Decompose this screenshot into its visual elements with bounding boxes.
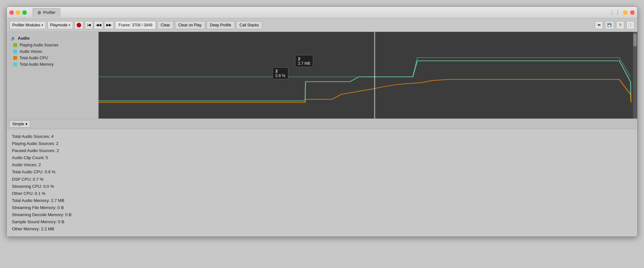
profiler-modules-dropdown[interactable]: Profiler Modules ▾: [9, 21, 46, 29]
total-memory-color: [13, 62, 17, 66]
playmode-label: Playmode: [50, 23, 67, 27]
stat-line-4: Audio Voices: 2: [12, 161, 632, 168]
playmode-dropdown[interactable]: Playmode ▾: [47, 21, 73, 29]
deep-profile-label: Deep Profile: [210, 23, 231, 27]
playing-audio-label: Playing Audio Sources: [20, 43, 58, 47]
stat-line-12: Sample Sound Memory: 0 B: [12, 218, 632, 225]
simple-arrow-icon: ▾: [25, 122, 27, 126]
nav-buttons: |◀ ◀◀ ▶▶: [85, 21, 114, 29]
navigate-back-button[interactable]: ⬅: [595, 21, 603, 29]
help-button[interactable]: ?: [616, 21, 624, 29]
scrollbar-thumb[interactable]: [633, 34, 637, 46]
simple-label: Simple: [12, 122, 24, 126]
record-icon: [77, 23, 81, 27]
step-forward-icon: ▶▶: [106, 23, 111, 27]
save-icon: 💾: [607, 23, 612, 27]
step-back-button[interactable]: ◀◀: [94, 21, 103, 29]
dropdown-arrow-icon: ▾: [42, 24, 43, 27]
close-button[interactable]: [9, 10, 14, 15]
total-cpu-color: [13, 56, 17, 60]
audio-icon: 🔊: [11, 36, 16, 41]
clear-on-play-button[interactable]: Clear on Play: [175, 21, 205, 29]
help-icon: ?: [619, 23, 621, 27]
step-begin-button[interactable]: |◀: [85, 21, 93, 29]
stat-line-1: Playing Audio Sources: 2: [12, 140, 632, 147]
stat-line-11: Streaming Decode Memory: 0 B: [12, 211, 632, 218]
stat-line-10: Streaming File Memory: 0 B: [12, 204, 632, 211]
graph-svg: [99, 32, 637, 119]
more-icon: ⋮: [629, 23, 632, 27]
profiler-tab[interactable]: ⚙ Profiler: [33, 8, 60, 17]
playing-audio-color: [13, 43, 17, 47]
total-memory-label: Total Audio Memory: [20, 62, 53, 67]
legend-audio-voices[interactable]: Audio Voices: [7, 48, 98, 55]
clear-on-play-label: Clear on Play: [178, 23, 202, 27]
bottom-toolbar: Simple ▾: [7, 119, 637, 129]
main-content: 🔊 Audio Playing Audio Sources Audio Voic…: [7, 32, 637, 236]
frame-display: Frame: 3708 / 3849: [115, 21, 156, 29]
toolbar-right: ⬅ 💾 ? ⋮: [595, 21, 635, 29]
call-stacks-button[interactable]: Call Stacks: [236, 21, 263, 29]
call-stacks-label: Call Stacks: [240, 23, 259, 27]
audio-section-header: 🔊 Audio: [7, 34, 98, 42]
stat-line-3: Audio Clip Count: 5: [12, 154, 632, 161]
main-window: ⚙ Profiler ⋮⋮ Profiler Modules ▾ Playmod…: [6, 6, 638, 237]
legend-playing-audio[interactable]: Playing Audio Sources: [7, 42, 98, 48]
more-button[interactable]: ⋮: [626, 21, 635, 29]
stat-line-2: Paused Audio Sources: 2: [12, 147, 632, 154]
maximize-button[interactable]: [22, 10, 27, 15]
clear-label: Clear: [161, 23, 170, 27]
tab-label: Profiler: [43, 10, 55, 15]
stats-content: Total Audio Sources: 4Playing Audio Sour…: [7, 129, 637, 236]
save-button[interactable]: 💾: [605, 21, 614, 29]
frame-label: Frame: 3708 / 3849: [119, 23, 152, 27]
step-forward-button[interactable]: ▶▶: [104, 21, 114, 29]
legend-total-memory[interactable]: Total Audio Memory: [7, 61, 98, 68]
svg-rect-0: [99, 32, 637, 119]
step-begin-icon: |◀: [87, 23, 91, 27]
simple-dropdown[interactable]: Simple ▾: [9, 120, 30, 128]
profiler-modules-label: Profiler Modules: [12, 23, 40, 27]
step-back-icon: ◀◀: [96, 23, 101, 27]
red-btn[interactable]: [630, 10, 635, 15]
minimize-button[interactable]: [16, 10, 20, 15]
total-cpu-label: Total Audio CPU: [20, 56, 48, 60]
playmode-arrow-icon: ▾: [69, 24, 70, 27]
stat-line-7: Streaming CPU: 0.0 %: [12, 183, 632, 190]
window-controls: [9, 10, 27, 15]
audio-section-label: Audio: [18, 36, 30, 41]
stat-line-8: Other CPU: 0.1 %: [12, 190, 632, 197]
audio-voices-color: [13, 50, 17, 53]
graph-area[interactable]: 2 0.8 % 2 2.7 MB: [99, 32, 637, 119]
legend-total-cpu[interactable]: Total Audio CPU: [7, 55, 98, 61]
toolbar: Profiler Modules ▾ Playmode ▾ |◀ ◀◀ ▶▶ F…: [7, 18, 637, 32]
yellow-btn[interactable]: [623, 10, 628, 15]
profiler-area: 🔊 Audio Playing Audio Sources Audio Voic…: [7, 32, 637, 119]
graph-scrollbar[interactable]: [633, 32, 637, 119]
stat-line-9: Total Audio Memory: 2.7 MB: [12, 197, 632, 204]
stat-line-0: Total Audio Sources: 4: [12, 133, 632, 140]
clear-button[interactable]: Clear: [157, 21, 174, 29]
stat-line-6: DSP CPU: 0.7 %: [12, 176, 632, 183]
navigate-back-icon: ⬅: [598, 23, 601, 27]
record-button[interactable]: [74, 21, 83, 29]
deep-profile-button[interactable]: Deep Profile: [207, 21, 235, 29]
sidebar: 🔊 Audio Playing Audio Sources Audio Voic…: [7, 32, 99, 119]
title-bar: ⚙ Profiler ⋮⋮: [7, 7, 637, 18]
title-bar-right: ⋮⋮: [610, 9, 635, 15]
stat-line-5: Total Audio CPU: 0.8 %: [12, 168, 632, 176]
gear-icon: ⚙: [37, 10, 41, 15]
stat-line-13: Other Memory: 2.2 MB: [12, 225, 632, 233]
audio-voices-label: Audio Voices: [20, 49, 42, 54]
bottom-panel: Simple ▾ Total Audio Sources: 4Playing A…: [7, 119, 637, 236]
dots-icon: ⋮⋮: [610, 9, 620, 15]
